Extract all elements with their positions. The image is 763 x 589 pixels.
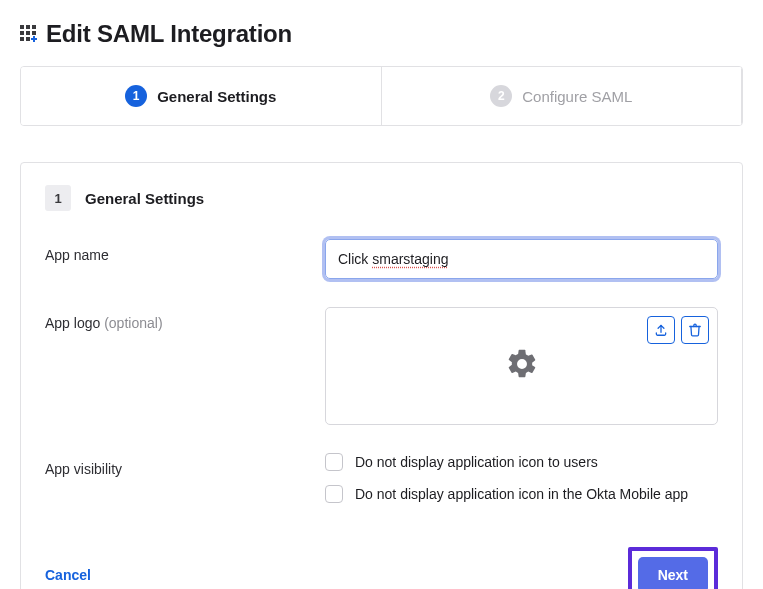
page-title: Edit SAML Integration [46,20,292,48]
next-button-highlight: Next [628,547,718,589]
delete-logo-button[interactable] [681,316,709,344]
hide-icon-mobile-checkbox[interactable] [325,485,343,503]
svg-rect-4 [26,31,30,35]
apps-grid-icon [20,25,40,43]
next-button[interactable]: Next [638,557,708,589]
svg-rect-0 [20,25,24,29]
svg-rect-1 [26,25,30,29]
svg-rect-3 [20,31,24,35]
app-logo-dropzone[interactable] [325,307,718,425]
hide-icon-mobile-label: Do not display application icon in the O… [355,486,688,502]
wizard-tabs: 1 General Settings 2 Configure SAML [20,66,743,126]
panel-title: General Settings [85,190,204,207]
upload-logo-button[interactable] [647,316,675,344]
app-name-input[interactable]: Click smarstaging [325,239,718,279]
svg-rect-6 [20,37,24,41]
app-visibility-label: App visibility [45,453,325,477]
tab-general-settings[interactable]: 1 General Settings [21,67,382,125]
tab-label: Configure SAML [522,88,632,105]
tab-configure-saml[interactable]: 2 Configure SAML [382,67,743,125]
hide-icon-users-checkbox[interactable] [325,453,343,471]
gear-icon [505,347,539,385]
step-number-1: 1 [125,85,147,107]
panel-step-number: 1 [45,185,71,211]
svg-rect-7 [26,37,30,41]
svg-rect-2 [32,25,36,29]
cancel-button[interactable]: Cancel [45,567,91,583]
app-name-label: App name [45,239,325,263]
svg-rect-5 [32,31,36,35]
tab-label: General Settings [157,88,276,105]
step-number-2: 2 [490,85,512,107]
app-logo-label: App logo (optional) [45,307,325,331]
hide-icon-users-label: Do not display application icon to users [355,454,598,470]
general-settings-panel: 1 General Settings App name Click smarst… [20,162,743,589]
